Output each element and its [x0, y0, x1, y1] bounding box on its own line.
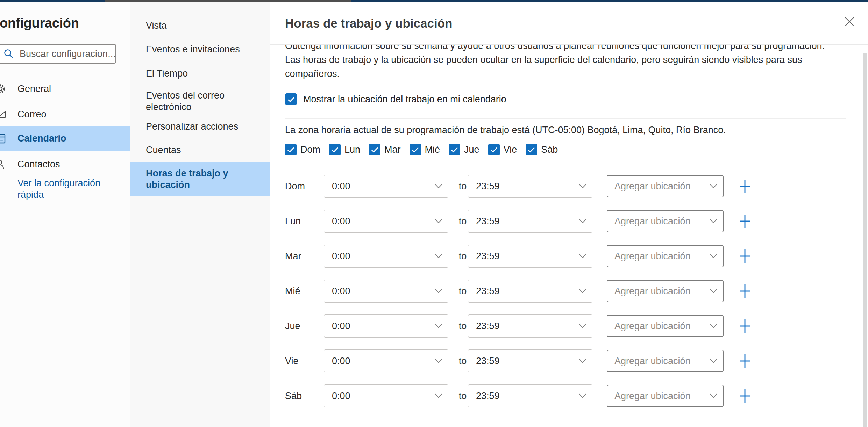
subnav-item-eventos-del-correo-electr-nico[interactable]: Eventos del correo electrónico — [130, 90, 270, 113]
subnav-item-el-tiempo[interactable]: El Tiempo — [130, 68, 270, 79]
intro-text: Obtenga información sobre su semana y ay… — [285, 45, 825, 81]
chevron-down-icon — [710, 324, 717, 328]
end-time-dropdown[interactable]: 23:59 — [468, 175, 592, 198]
subnav-item-vista[interactable]: Vista — [130, 20, 270, 31]
people-icon — [0, 157, 8, 171]
day-checkbox[interactable] — [410, 144, 421, 155]
add-location-dropdown[interactable]: Agregar ubicación — [607, 175, 724, 197]
vertical-scrollbar[interactable] — [863, 53, 867, 427]
show-location-row: Mostrar la ubicación del trabajo en mi c… — [285, 93, 506, 105]
add-location-dropdown-value: Agregar ubicación — [614, 286, 691, 297]
schedule-row-sáb: Sáb0:00 to23:59 Agregar ubicación — [270, 384, 868, 407]
settings-sidebar: Configuración Buscar configuracion... Ge… — [0, 2, 130, 427]
chevron-down-icon — [710, 219, 717, 224]
day-label: Mar — [384, 144, 401, 155]
add-time-slot-button[interactable] — [739, 284, 751, 298]
add-location-dropdown-value: Agregar ubicación — [614, 391, 691, 401]
chevron-down-icon — [435, 254, 442, 259]
add-time-slot-button[interactable] — [739, 214, 751, 228]
sidebar-item-label: Contactos — [17, 159, 60, 170]
sidebar-item-label: General — [17, 84, 51, 94]
quick-settings-link[interactable]: Ver la configuración rápida — [17, 178, 117, 201]
working-hours-dialog: Horas de trabajo y ubicación Obtenga inf… — [270, 2, 868, 427]
chevron-down-icon — [710, 184, 717, 189]
end-time-dropdown[interactable]: 23:59 — [468, 210, 592, 233]
sidebar-item-general[interactable]: General — [0, 76, 130, 101]
add-time-slot-button[interactable] — [739, 179, 751, 193]
start-time-dropdown[interactable]: 0:00 — [324, 245, 448, 268]
show-location-checkbox[interactable] — [285, 93, 297, 105]
add-location-dropdown[interactable]: Agregar ubicación — [607, 210, 724, 232]
chevron-down-icon — [435, 359, 442, 363]
show-location-label: Mostrar la ubicación del trabajo en mi c… — [303, 94, 506, 105]
add-location-dropdown[interactable]: Agregar ubicación — [607, 350, 724, 372]
end-time-dropdown[interactable]: 23:59 — [468, 314, 592, 338]
subnav-item-label: Horas de trabajo y ubicación — [130, 168, 251, 191]
subnav-item-personalizar-acciones[interactable]: Personalizar acciones — [130, 121, 270, 132]
row-day-label: Mar — [285, 245, 301, 268]
day-toggle-dom: Dom — [285, 144, 323, 155]
start-time-dropdown-value: 0:00 — [332, 251, 350, 262]
chevron-down-icon — [710, 359, 717, 363]
add-location-dropdown[interactable]: Agregar ubicación — [607, 385, 724, 407]
day-toggle-mar: Mar — [369, 144, 404, 155]
schedule-row-dom: Dom0:00 to23:59 Agregar ubicación — [270, 175, 868, 198]
end-time-dropdown[interactable]: 23:59 — [468, 245, 592, 268]
day-toggle-row: Dom Lun Mar Mié Jue Vie Sáb — [285, 144, 567, 155]
add-time-slot-button[interactable] — [739, 354, 751, 368]
start-time-dropdown-value: 0:00 — [332, 286, 350, 297]
start-time-dropdown[interactable]: 0:00 — [324, 175, 448, 198]
sidebar-item-label: Correo — [17, 109, 47, 120]
subnav-item-eventos-e-invitaciones[interactable]: Eventos e invitaciones — [130, 44, 270, 55]
end-time-dropdown[interactable]: 23:59 — [468, 280, 592, 303]
subnav-item-cuentas[interactable]: Cuentas — [130, 144, 270, 156]
start-time-dropdown[interactable]: 0:00 — [324, 314, 448, 338]
day-checkbox[interactable] — [526, 144, 537, 155]
chevron-down-icon — [435, 184, 442, 189]
end-time-dropdown-value: 23:59 — [476, 181, 500, 192]
search-input[interactable]: Buscar configuracion... — [0, 44, 116, 64]
day-label: Dom — [300, 144, 320, 155]
start-time-dropdown[interactable]: 0:00 — [324, 384, 448, 407]
sidebar-item-calendario[interactable]: Calendario — [0, 126, 130, 151]
day-label: Jue — [464, 144, 479, 155]
start-time-dropdown[interactable]: 0:00 — [324, 280, 448, 303]
end-time-dropdown[interactable]: 23:59 — [468, 384, 592, 407]
start-time-dropdown-value: 0:00 — [332, 181, 350, 192]
day-checkbox[interactable] — [488, 144, 500, 155]
chevron-down-icon — [579, 359, 586, 363]
add-time-slot-button[interactable] — [739, 389, 751, 403]
add-location-dropdown[interactable]: Agregar ubicación — [607, 315, 724, 337]
start-time-dropdown-value: 0:00 — [332, 216, 350, 227]
day-label: Vie — [504, 144, 517, 155]
day-checkbox[interactable] — [285, 144, 297, 155]
mail-icon — [0, 107, 8, 121]
add-time-slot-button[interactable] — [739, 319, 751, 333]
end-time-dropdown-value: 23:59 — [476, 356, 500, 367]
subnav-item-label: El Tiempo — [130, 68, 246, 79]
end-time-dropdown[interactable]: 23:59 — [468, 349, 592, 372]
start-time-dropdown[interactable]: 0:00 — [324, 349, 448, 372]
row-day-label: Lun — [285, 210, 301, 233]
subnav-item-horas-de-trabajo-y-ubicaci-n[interactable]: Horas de trabajo y ubicación — [130, 162, 270, 196]
sidebar-item-correo[interactable]: Correo — [0, 102, 130, 127]
calendar-icon — [0, 131, 8, 145]
day-checkbox[interactable] — [369, 144, 380, 155]
sidebar-item-contactos[interactable]: Contactos — [0, 152, 130, 177]
end-time-dropdown-value: 23:59 — [476, 391, 500, 401]
add-location-dropdown[interactable]: Agregar ubicación — [607, 245, 724, 267]
close-icon[interactable] — [839, 12, 860, 32]
timezone-text: La zona horaria actual de su programació… — [285, 125, 726, 136]
chevron-down-icon — [579, 184, 586, 189]
day-toggle-mié: Mié — [410, 144, 443, 155]
add-location-dropdown[interactable]: Agregar ubicación — [607, 280, 724, 302]
start-time-dropdown[interactable]: 0:00 — [324, 210, 448, 233]
search-placeholder: Buscar configuracion... — [20, 49, 116, 59]
start-time-dropdown-value: 0:00 — [332, 356, 350, 367]
day-checkbox[interactable] — [329, 144, 341, 155]
day-checkbox[interactable] — [449, 144, 460, 155]
search-icon — [3, 48, 14, 59]
day-label: Sáb — [541, 144, 558, 155]
add-time-slot-button[interactable] — [739, 249, 751, 263]
subnav-item-label: Eventos del correo electrónico — [130, 90, 246, 113]
